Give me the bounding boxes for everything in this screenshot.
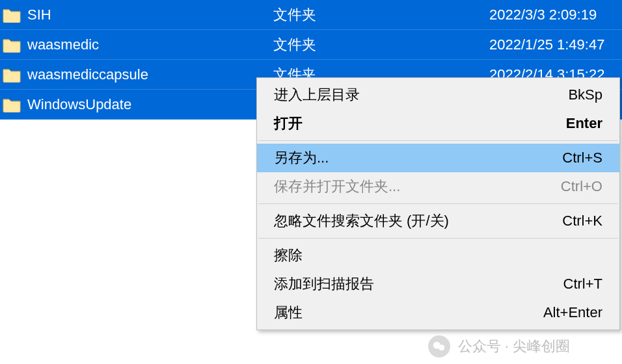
- folder-icon: [3, 7, 21, 23]
- menu-item-label: 进入上层目录: [274, 85, 568, 105]
- file-name: waasmedic: [27, 36, 273, 53]
- menu-item-shortcut: Ctrl+O: [561, 178, 602, 195]
- wechat-icon: [428, 335, 450, 358]
- menu-item-save-and-open-folder[interactable]: 保存并打开文件夹... Ctrl+O: [257, 172, 619, 201]
- menu-separator: [258, 203, 618, 204]
- menu-item-label: 打开: [274, 114, 566, 133]
- menu-item-label: 另存为...: [274, 148, 562, 168]
- file-name: WindowsUpdate: [27, 96, 273, 113]
- menu-item-label: 忽略文件搜索文件夹 (开/关): [274, 211, 562, 231]
- menu-item-erase[interactable]: 擦除: [257, 241, 619, 270]
- menu-separator: [258, 238, 618, 239]
- menu-item-label: 添加到扫描报告: [274, 274, 563, 294]
- menu-item-add-to-scan-report[interactable]: 添加到扫描报告 Ctrl+T: [257, 270, 619, 298]
- menu-separator: [258, 140, 618, 141]
- file-date: 2022/3/3 2:09:19: [489, 6, 619, 23]
- file-name: SIH: [27, 6, 273, 23]
- watermark-text: 公众号 · 尖峰创圈: [458, 337, 570, 356]
- file-type: 文件夹: [273, 5, 489, 25]
- menu-item-shortcut: Enter: [566, 115, 602, 132]
- file-row[interactable]: SIH 文件夹 2022/3/3 2:09:19: [0, 0, 622, 30]
- file-row[interactable]: waasmedic 文件夹 2022/1/25 1:49:47: [0, 30, 622, 60]
- context-menu: 进入上层目录 BkSp 打开 Enter 另存为... Ctrl+S 保存并打开…: [256, 77, 620, 330]
- menu-item-save-as[interactable]: 另存为... Ctrl+S: [257, 144, 619, 172]
- menu-item-shortcut: Ctrl+K: [562, 213, 602, 229]
- menu-item-label: 属性: [274, 303, 543, 322]
- menu-item-ignore-file-search-folder[interactable]: 忽略文件搜索文件夹 (开/关) Ctrl+K: [257, 207, 619, 235]
- svg-point-0: [433, 342, 440, 349]
- menu-item-go-up[interactable]: 进入上层目录 BkSp: [257, 81, 619, 109]
- svg-point-1: [439, 344, 444, 350]
- menu-item-label: 擦除: [274, 246, 602, 265]
- folder-icon: [3, 67, 21, 83]
- menu-item-shortcut: Ctrl+T: [563, 276, 603, 292]
- menu-item-label: 保存并打开文件夹...: [274, 177, 561, 196]
- file-type: 文件夹: [273, 35, 489, 55]
- folder-icon: [3, 97, 21, 112]
- folder-icon: [3, 37, 21, 53]
- menu-item-shortcut: Ctrl+S: [562, 150, 602, 166]
- file-date: 2022/1/25 1:49:47: [489, 36, 619, 53]
- menu-item-properties[interactable]: 属性 Alt+Enter: [257, 298, 619, 327]
- menu-item-open[interactable]: 打开 Enter: [257, 109, 619, 138]
- menu-item-shortcut: BkSp: [568, 86, 602, 103]
- menu-item-shortcut: Alt+Enter: [543, 304, 602, 321]
- file-name: waasmediccapsule: [27, 66, 273, 83]
- watermark: 公众号 · 尖峰创圈: [428, 335, 570, 358]
